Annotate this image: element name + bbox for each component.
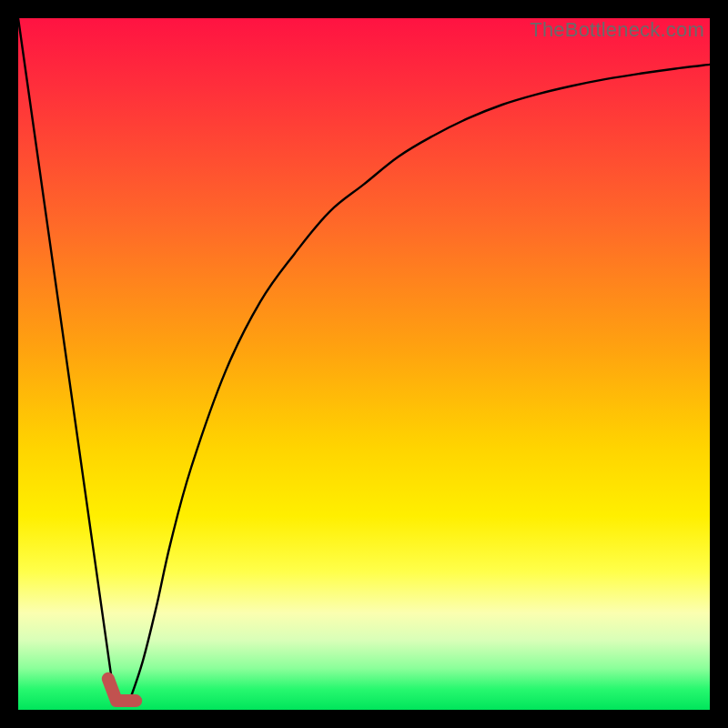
series-right-curve xyxy=(129,65,710,703)
chart-frame: TheBottleneck.com xyxy=(0,0,728,728)
plot-area: TheBottleneck.com xyxy=(18,18,710,710)
series-left-line xyxy=(18,18,115,703)
highlight-marker xyxy=(108,679,136,701)
chart-svg xyxy=(18,18,710,710)
